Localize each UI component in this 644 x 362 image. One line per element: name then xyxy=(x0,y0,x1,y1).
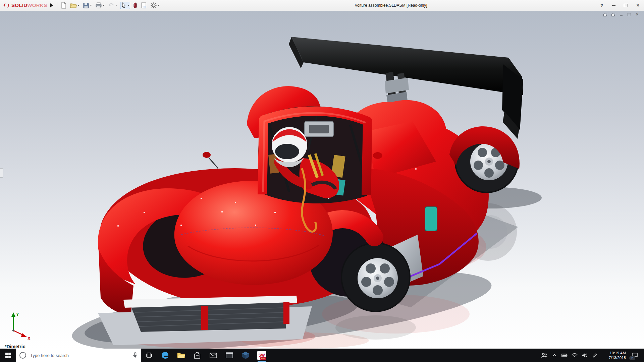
save-button[interactable] xyxy=(82,2,93,9)
orientation-triad: Y X xyxy=(5,310,34,341)
cube-app-button[interactable] xyxy=(237,349,254,362)
notification-badge: 2 xyxy=(629,356,635,360)
chevron-up-icon xyxy=(552,354,556,357)
feature-panel-splitter-tab[interactable] xyxy=(0,168,3,178)
window-controls: ? × xyxy=(599,0,641,11)
start-button[interactable] xyxy=(0,349,16,362)
battery-button[interactable] xyxy=(559,349,570,362)
volume-icon xyxy=(582,353,588,358)
open-dropdown-caret[interactable] xyxy=(77,5,79,6)
maximize-button[interactable] xyxy=(623,3,629,8)
left-mirror xyxy=(203,152,211,158)
network-button[interactable] xyxy=(570,349,580,362)
clock-time: 10:19 AM xyxy=(600,351,626,355)
store-icon xyxy=(194,352,201,359)
wifi-icon xyxy=(572,353,578,358)
options-dropdown-caret[interactable] xyxy=(158,5,160,6)
doc-minimize-button[interactable] xyxy=(619,12,623,16)
mail-button[interactable] xyxy=(205,349,221,362)
save-dropdown-caret[interactable] xyxy=(90,5,92,6)
appearance-icon xyxy=(133,2,138,9)
hidden-icons-button[interactable] xyxy=(549,349,559,362)
splitter-post xyxy=(283,302,289,324)
doc-maximize-button[interactable] xyxy=(627,12,631,16)
pen-button[interactable] xyxy=(590,349,600,362)
front-right-wheel xyxy=(341,242,411,312)
document-window-controls: × xyxy=(603,12,639,16)
close-button[interactable]: × xyxy=(635,3,641,8)
edge-button[interactable] xyxy=(157,349,173,362)
save-icon xyxy=(83,2,89,9)
file-explorer-button[interactable] xyxy=(173,349,189,362)
maximize-icon xyxy=(624,4,628,7)
minimize-icon xyxy=(620,15,623,16)
microphone-icon[interactable] xyxy=(133,352,138,358)
y-axis-label: Y xyxy=(16,312,19,317)
graphics-viewport[interactable]: × Y X *Dimetric xyxy=(0,11,644,349)
document-title: Voiture assomblee.SLDASM [Read-only] xyxy=(355,0,427,11)
new-document-icon xyxy=(61,2,67,9)
taskbar: SW 2017 xyxy=(0,349,644,362)
volume-button[interactable] xyxy=(580,349,590,362)
task-view-button[interactable] xyxy=(141,349,157,362)
task-view-icon xyxy=(146,352,152,358)
print-icon xyxy=(95,2,102,8)
cube-app-icon xyxy=(242,351,249,359)
print-dropdown-caret[interactable] xyxy=(103,5,105,6)
print-button[interactable] xyxy=(95,2,105,9)
people-icon xyxy=(541,353,547,358)
close-icon: × xyxy=(636,13,639,16)
cortana-icon xyxy=(19,352,26,359)
options-button[interactable] xyxy=(150,1,160,9)
teal-duct xyxy=(425,207,437,231)
y-axis-arrow xyxy=(11,312,15,317)
select-tool-button[interactable] xyxy=(120,2,130,9)
minimize-icon xyxy=(612,5,615,6)
right-mirror xyxy=(373,152,382,159)
x-axis-label: X xyxy=(28,336,31,341)
toolbar-flyout-arrow[interactable] xyxy=(50,3,53,7)
splitter-post xyxy=(201,306,208,330)
undo-icon xyxy=(108,2,115,8)
evaluate-sheet-button[interactable] xyxy=(140,1,148,9)
edge-icon xyxy=(161,351,169,359)
titlebar: SOLIDWORKS xyxy=(0,0,644,11)
solidworks-icon: SW 2017 xyxy=(257,351,266,360)
open-button[interactable] xyxy=(69,2,80,9)
doc-close-button[interactable]: × xyxy=(635,12,639,16)
solidworks-logo: SOLIDWORKS xyxy=(3,2,47,8)
appearance-button[interactable] xyxy=(132,1,138,9)
select-arrow-icon xyxy=(121,2,127,8)
doc-restore-button[interactable] xyxy=(603,12,607,16)
search-input[interactable] xyxy=(30,353,129,358)
helmet-visor xyxy=(275,144,299,159)
ds-logo-icon xyxy=(3,2,10,8)
doc-cascade-button[interactable] xyxy=(611,12,615,16)
options-gear-icon xyxy=(150,2,157,9)
help-button[interactable]: ? xyxy=(599,3,604,8)
car-render[interactable] xyxy=(0,11,644,349)
battery-icon xyxy=(561,354,568,357)
windows-logo-icon xyxy=(5,353,11,358)
mail-icon xyxy=(210,353,217,358)
people-button[interactable] xyxy=(539,349,549,362)
front-splitter xyxy=(98,296,312,345)
x-axis-arrow xyxy=(21,333,27,337)
quick-access-toolbar xyxy=(60,1,160,9)
taskbar-clock[interactable]: 10:19 AM 7/13/2018 xyxy=(600,351,627,360)
app-window-icon xyxy=(226,352,233,358)
new-document-button[interactable] xyxy=(60,1,67,9)
system-tray: 10:19 AM 7/13/2018 2 xyxy=(539,349,644,362)
taskbar-search[interactable] xyxy=(16,349,141,362)
maximize-icon xyxy=(628,13,631,16)
undo-dropdown-caret[interactable] xyxy=(115,5,117,6)
minimize-button[interactable] xyxy=(611,3,616,8)
action-center-button[interactable]: 2 xyxy=(627,349,642,362)
undo-button[interactable] xyxy=(107,2,118,9)
solidworks-taskbar-button[interactable]: SW 2017 xyxy=(254,349,270,362)
store-button[interactable] xyxy=(189,349,205,362)
select-dropdown-caret[interactable] xyxy=(127,5,129,6)
pen-icon xyxy=(592,353,597,358)
app-window-button[interactable] xyxy=(221,349,237,362)
toolbar-separator xyxy=(57,2,57,9)
